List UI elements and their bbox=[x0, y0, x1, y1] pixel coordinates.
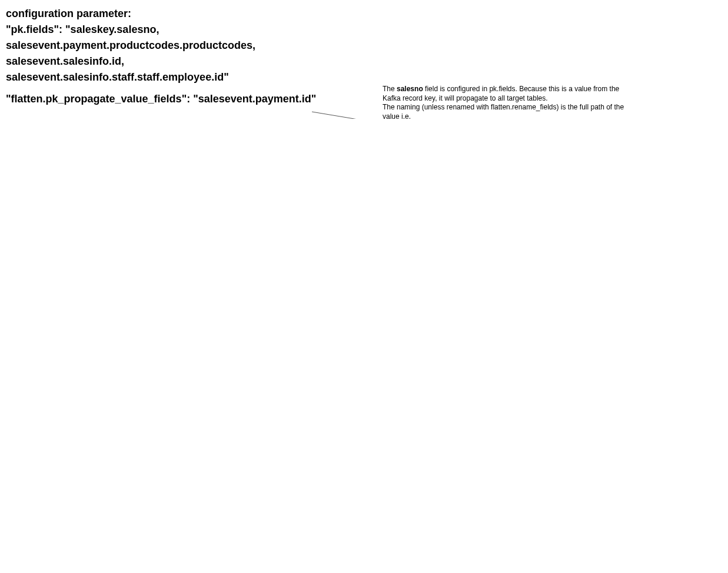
cfg-line: salesevent.salesinfo.id, bbox=[6, 54, 728, 69]
cfg-line: configuration parameter: bbox=[6, 6, 728, 22]
cfg-line: salesevent.salesinfo.staff.staff.employe… bbox=[6, 69, 728, 85]
cfg-line: "pk.fields": "saleskey.salesno, bbox=[6, 22, 728, 38]
note-salesno: The salesno field is configured in pk.fi… bbox=[383, 85, 636, 119]
svg-line-8 bbox=[312, 112, 383, 119]
cfg-line: salesevent.payment.productcodes.productc… bbox=[6, 38, 728, 54]
